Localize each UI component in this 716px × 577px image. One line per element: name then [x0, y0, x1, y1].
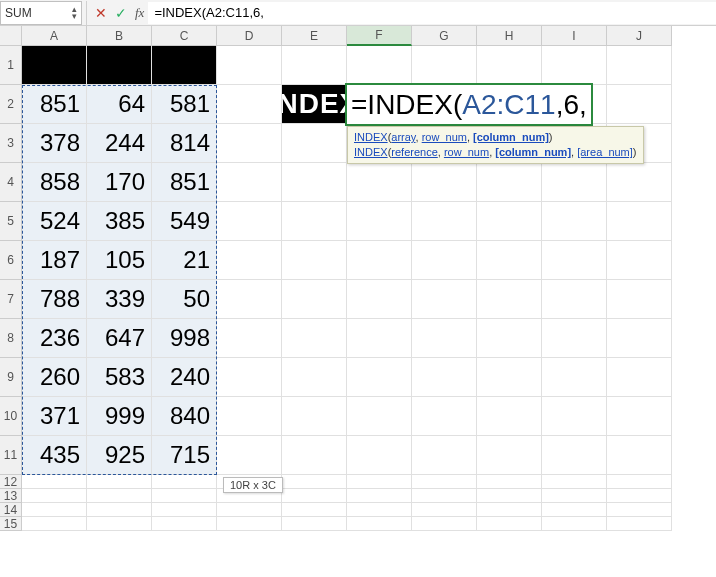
cell-C5[interactable]: 549	[152, 202, 217, 241]
col-header-C[interactable]: C	[152, 26, 217, 46]
row-header-10[interactable]: 10	[0, 397, 22, 436]
cell-B12[interactable]	[87, 475, 152, 489]
cell-I1[interactable]	[542, 46, 607, 85]
cell-J6[interactable]	[607, 241, 672, 280]
cell-G12[interactable]	[412, 475, 477, 489]
cell-I11[interactable]	[542, 436, 607, 475]
select-all-corner[interactable]	[0, 26, 22, 46]
cell-J4[interactable]	[607, 163, 672, 202]
cell-B15[interactable]	[87, 517, 152, 531]
cell-G8[interactable]	[412, 319, 477, 358]
cell-E7[interactable]	[282, 280, 347, 319]
cell-B3[interactable]: 244	[87, 124, 152, 163]
cell-A14[interactable]	[22, 503, 87, 517]
col-header-E[interactable]: E	[282, 26, 347, 46]
tooltip-function-link[interactable]: INDEX	[354, 146, 388, 158]
cell-H1[interactable]	[477, 46, 542, 85]
cell-G6[interactable]	[412, 241, 477, 280]
cell-D6[interactable]	[217, 241, 282, 280]
col-header-B[interactable]: B	[87, 26, 152, 46]
cell-F6[interactable]	[347, 241, 412, 280]
chevron-down-icon[interactable]: ▾	[72, 13, 77, 20]
cell-F7[interactable]	[347, 280, 412, 319]
cell-E10[interactable]	[282, 397, 347, 436]
cell-G11[interactable]	[412, 436, 477, 475]
cell-J12[interactable]	[607, 475, 672, 489]
cell-A3[interactable]: 378	[22, 124, 87, 163]
cell-I8[interactable]	[542, 319, 607, 358]
fx-icon[interactable]: fx	[135, 5, 144, 21]
cell-H14[interactable]	[477, 503, 542, 517]
cell-J9[interactable]	[607, 358, 672, 397]
cell-B9[interactable]: 583	[87, 358, 152, 397]
cell-D1[interactable]	[217, 46, 282, 85]
col-header-J[interactable]: J	[607, 26, 672, 46]
cancel-button[interactable]: ✕	[91, 3, 111, 23]
cell-I9[interactable]	[542, 358, 607, 397]
cell-F10[interactable]	[347, 397, 412, 436]
row-header-7[interactable]: 7	[0, 280, 22, 319]
cell-A9[interactable]: 260	[22, 358, 87, 397]
row-header-9[interactable]: 9	[0, 358, 22, 397]
cell-B13[interactable]	[87, 489, 152, 503]
cell-D9[interactable]	[217, 358, 282, 397]
cell-C13[interactable]	[152, 489, 217, 503]
cell-D8[interactable]	[217, 319, 282, 358]
col-header-F[interactable]: F	[347, 26, 412, 46]
cell-G15[interactable]	[412, 517, 477, 531]
cell-E13[interactable]	[282, 489, 347, 503]
cell-D10[interactable]	[217, 397, 282, 436]
cell-A15[interactable]	[22, 517, 87, 531]
tooltip-arg[interactable]: [column_num]	[495, 146, 571, 158]
cell-E3[interactable]	[282, 124, 347, 163]
formula-tooltip[interactable]: INDEX(array, row_num, [column_num])INDEX…	[347, 126, 644, 164]
cell-B11[interactable]: 925	[87, 436, 152, 475]
col-header-H[interactable]: H	[477, 26, 542, 46]
cell-D3[interactable]	[217, 124, 282, 163]
cell-D11[interactable]	[217, 436, 282, 475]
tooltip-function-link[interactable]: INDEX	[354, 131, 388, 143]
cell-G13[interactable]	[412, 489, 477, 503]
row-header-13[interactable]: 13	[0, 489, 22, 503]
cell-A13[interactable]	[22, 489, 87, 503]
cell-D15[interactable]	[217, 517, 282, 531]
confirm-button[interactable]: ✓	[111, 3, 131, 23]
cell-B14[interactable]	[87, 503, 152, 517]
cell-A1[interactable]	[22, 46, 87, 85]
cell-C11[interactable]: 715	[152, 436, 217, 475]
cell-A8[interactable]: 236	[22, 319, 87, 358]
cell-G7[interactable]	[412, 280, 477, 319]
cell-J10[interactable]	[607, 397, 672, 436]
cell-G1[interactable]	[412, 46, 477, 85]
row-header-14[interactable]: 14	[0, 503, 22, 517]
cell-I13[interactable]	[542, 489, 607, 503]
cell-A11[interactable]: 435	[22, 436, 87, 475]
cell-J11[interactable]	[607, 436, 672, 475]
row-header-15[interactable]: 15	[0, 517, 22, 531]
formula-input[interactable]	[148, 2, 716, 24]
row-header-4[interactable]: 4	[0, 163, 22, 202]
cell-H13[interactable]	[477, 489, 542, 503]
cell-C9[interactable]: 240	[152, 358, 217, 397]
cell-D7[interactable]	[217, 280, 282, 319]
cell-C10[interactable]: 840	[152, 397, 217, 436]
cell-H10[interactable]	[477, 397, 542, 436]
cell-D14[interactable]	[217, 503, 282, 517]
cell-C15[interactable]	[152, 517, 217, 531]
editing-cell[interactable]: =INDEX(A2:C11,6,	[345, 83, 593, 126]
cell-B4[interactable]: 170	[87, 163, 152, 202]
cell-B8[interactable]: 647	[87, 319, 152, 358]
cell-F12[interactable]	[347, 475, 412, 489]
tooltip-arg[interactable]: row_num	[422, 131, 467, 143]
tooltip-arg[interactable]: reference	[391, 146, 437, 158]
cell-H11[interactable]	[477, 436, 542, 475]
cell-I4[interactable]	[542, 163, 607, 202]
cell-J5[interactable]	[607, 202, 672, 241]
cell-G4[interactable]	[412, 163, 477, 202]
cell-B10[interactable]: 999	[87, 397, 152, 436]
cell-E8[interactable]	[282, 319, 347, 358]
cell-J2[interactable]	[607, 85, 672, 124]
name-box-stepper[interactable]: ▴ ▾	[72, 6, 77, 20]
col-header-A[interactable]: A	[22, 26, 87, 46]
row-header-6[interactable]: 6	[0, 241, 22, 280]
